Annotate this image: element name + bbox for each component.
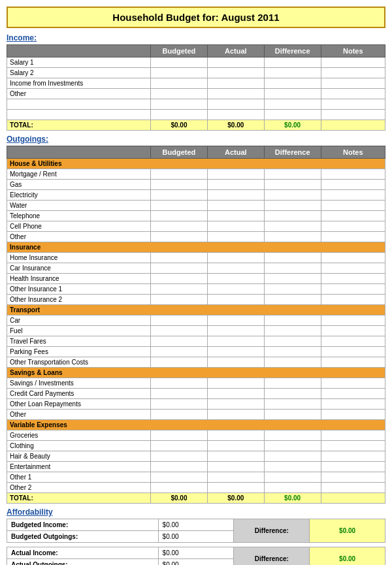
outgoings-item-row: Other xyxy=(7,410,385,420)
income-item-row: Income from Investments xyxy=(7,78,385,89)
actual-income-label: Actual Income: xyxy=(7,547,159,559)
outgoings-item-row: Parking Fees xyxy=(7,347,385,357)
outgoings-item-row: Other 1 xyxy=(7,472,385,483)
income-blank-row xyxy=(7,110,385,120)
outgoings-item-row: Savings / Investments xyxy=(7,378,385,389)
budgeted-income-row: Budgeted Income: $0.00 Difference: $0.00 xyxy=(7,519,385,531)
income-total-row: TOTAL:$0.00$0.00$0.00 xyxy=(7,120,385,131)
budgeted-diff-label: Difference: xyxy=(234,519,310,543)
income-blank-row xyxy=(7,99,385,110)
income-col-actual: Actual xyxy=(207,45,264,57)
income-col-difference: Difference xyxy=(264,45,321,57)
income-item-row: Salary 1 xyxy=(7,57,385,68)
outgoings-item-row: Gas xyxy=(7,180,385,190)
outgoings-item-row: Water xyxy=(7,201,385,211)
outgoings-section-label: Outgoings: xyxy=(7,135,385,144)
affordability-table: Budgeted Income: $0.00 Difference: $0.00… xyxy=(7,519,385,565)
outgoings-item-row: Travel Fares xyxy=(7,336,385,347)
outgoings-item-row: Telephone xyxy=(7,211,385,221)
actual-diff-label: Difference: xyxy=(234,547,310,566)
outgoings-item-row: Cell Phone xyxy=(7,221,385,232)
outgoings-item-row: Other Insurance 1 xyxy=(7,284,385,295)
outgoings-item-row: Entertainment xyxy=(7,462,385,472)
outgoings-col-difference: Difference xyxy=(264,146,321,159)
income-table: Budgeted Actual Difference Notes Salary … xyxy=(7,44,385,131)
actual-income-row: Actual Income: $0.00 Difference: $0.00 xyxy=(7,547,385,559)
budgeted-diff-value: $0.00 xyxy=(310,519,385,543)
outgoings-category-row: Savings & Loans xyxy=(7,368,385,378)
budgeted-outgoings-value: $0.00 xyxy=(158,531,234,543)
outgoings-col-budgeted: Budgeted xyxy=(151,146,208,159)
outgoings-item-row: Mortgage / Rent xyxy=(7,169,385,180)
outgoings-item-row: Home Insurance xyxy=(7,253,385,263)
outgoings-item-row: Groceries xyxy=(7,430,385,441)
outgoings-category-row: Insurance xyxy=(7,242,385,253)
budgeted-income-label: Budgeted Income: xyxy=(7,519,159,531)
outgoings-category-row: House & Utilities xyxy=(7,159,385,169)
outgoings-item-row: Other Transportation Costs xyxy=(7,357,385,368)
income-col-notes: Notes xyxy=(321,45,385,57)
outgoings-table: Budgeted Actual Difference Notes House &… xyxy=(7,146,385,504)
income-col-budgeted: Budgeted xyxy=(151,45,208,57)
income-col-label xyxy=(7,45,151,57)
afford-gap-row xyxy=(7,543,385,547)
budgeted-outgoings-label: Budgeted Outgoings: xyxy=(7,531,159,543)
outgoings-item-row: Health Insurance xyxy=(7,274,385,284)
outgoings-item-row: Hair & Beauty xyxy=(7,451,385,462)
outgoings-category-row: Variable Expenses xyxy=(7,420,385,430)
outgoings-item-row: Clothing xyxy=(7,441,385,451)
outgoings-col-actual: Actual xyxy=(207,146,264,159)
outgoings-item-row: Credit Card Payments xyxy=(7,389,385,399)
page-title: Household Budget for: August 2011 xyxy=(7,7,385,28)
actual-outgoings-label: Actual Outgoings: xyxy=(7,559,159,566)
outgoings-total-row: TOTAL:$0.00$0.00$0.00 xyxy=(7,493,385,504)
outgoings-item-row: Car xyxy=(7,315,385,326)
outgoings-item-row: Electricity xyxy=(7,190,385,201)
outgoings-col-label xyxy=(7,146,151,159)
income-section-label: Income: xyxy=(7,33,385,42)
actual-income-value: $0.00 xyxy=(158,547,234,559)
affordability-section-label: Affordability xyxy=(7,508,385,517)
outgoings-col-notes: Notes xyxy=(321,146,385,159)
outgoings-item-row: Other xyxy=(7,232,385,242)
income-item-row: Salary 2 xyxy=(7,68,385,78)
outgoings-item-row: Other Insurance 2 xyxy=(7,295,385,305)
outgoings-item-row: Car Insurance xyxy=(7,263,385,274)
actual-outgoings-value: $0.00 xyxy=(158,559,234,566)
outgoings-category-row: Transport xyxy=(7,305,385,315)
outgoings-item-row: Other 2 xyxy=(7,483,385,493)
budgeted-income-value: $0.00 xyxy=(158,519,234,531)
outgoings-item-row: Fuel xyxy=(7,326,385,336)
income-item-row: Other xyxy=(7,89,385,99)
actual-diff-value: $0.00 xyxy=(310,547,385,566)
outgoings-item-row: Other Loan Repayments xyxy=(7,399,385,410)
